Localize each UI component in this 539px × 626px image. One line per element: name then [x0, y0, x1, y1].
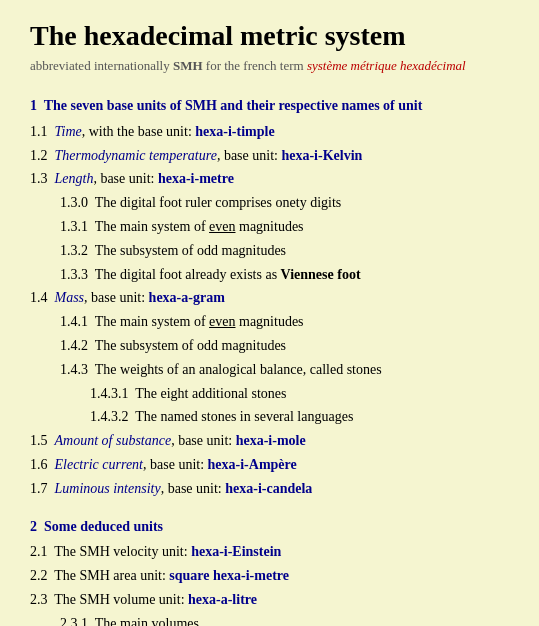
item-1-6-number: 1.6 — [30, 457, 55, 472]
page-title: The hexadecimal metric system — [30, 20, 509, 52]
item-1-4-bold: hexa-a-gram — [149, 290, 225, 305]
item-1-6-highlight: Electric current — [55, 457, 144, 472]
item-1-2-highlight: Thermodynamic temperature — [55, 148, 217, 163]
item-1-3-3-text: The digital foot already exists as — [95, 267, 281, 282]
item-1-2-after: , base unit: — [217, 148, 282, 163]
item-1-3-0-number: 1.3.0 — [60, 195, 95, 210]
item-2-2-bold: square hexa-i-metre — [169, 568, 289, 583]
section-1-label: The seven base units of SMH and their re… — [44, 98, 423, 113]
item-1-4-3-2[interactable]: 1.4.3.2 The named stones in several lang… — [90, 405, 509, 429]
item-1-3-number: 1.3 — [30, 171, 55, 186]
subtitle-smh: SMH — [173, 58, 203, 73]
section-1-number: 1 — [30, 98, 44, 113]
item-1-4-3[interactable]: 1.4.3 The weights of an analogical balan… — [60, 358, 509, 382]
item-1-1-after: , with the base unit: — [82, 124, 196, 139]
item-1-1-bold: hexa-i-timple — [195, 124, 274, 139]
item-1-4-1-even: even — [209, 314, 235, 329]
item-1-3-highlight: Length — [55, 171, 94, 186]
item-1-2[interactable]: 1.2 Thermodynamic temperature, base unit… — [30, 144, 509, 168]
page-container: The hexadecimal metric system abbreviate… — [30, 20, 509, 626]
item-1-4-3-2-number: 1.4.3.2 — [90, 409, 135, 424]
item-1-4[interactable]: 1.4 Mass, base unit: hexa-a-gram — [30, 286, 509, 310]
item-1-3-0-text: The digital foot ruler comprises onety d… — [95, 195, 342, 210]
item-1-4-3-2-text: The named stones in several languages — [135, 409, 353, 424]
subtitle-middle: for the french term — [203, 58, 307, 73]
item-1-3-1-text: The main system of — [95, 219, 209, 234]
item-2-3-number: 2.3 — [30, 592, 54, 607]
section-2-header[interactable]: 2 Some deduced units — [30, 515, 509, 539]
section-2-number: 2 — [30, 519, 44, 534]
item-2-3-1-text: The main volumes — [95, 616, 199, 626]
item-1-5-after: , base unit: — [171, 433, 236, 448]
item-2-2-text: The SMH area unit: — [54, 568, 169, 583]
item-1-4-3-number: 1.4.3 — [60, 362, 95, 377]
item-2-1-number: 2.1 — [30, 544, 54, 559]
item-1-4-3-1[interactable]: 1.4.3.1 The eight additional stones — [90, 382, 509, 406]
item-1-3-3-bold: Viennese foot — [281, 267, 361, 282]
item-1-3-3[interactable]: 1.3.3 The digital foot already exists as… — [60, 263, 509, 287]
item-1-4-2-text: The subsystem of odd magnitudes — [95, 338, 286, 353]
item-1-3-1-text2: magnitudes — [236, 219, 304, 234]
item-1-5-highlight: Amount of substance — [55, 433, 172, 448]
item-1-3-3-number: 1.3.3 — [60, 267, 95, 282]
item-1-3-2-text: The subsystem of odd magnitudes — [95, 243, 286, 258]
item-1-3-1-number: 1.3.1 — [60, 219, 95, 234]
item-1-3-bold: hexa-i-metre — [158, 171, 234, 186]
item-1-6-bold: hexa-i-Ampère — [208, 457, 297, 472]
item-1-7-number: 1.7 — [30, 481, 55, 496]
item-1-2-bold: hexa-i-Kelvin — [281, 148, 362, 163]
item-1-3-1-even: even — [209, 219, 235, 234]
section-1-header[interactable]: 1 The seven base units of SMH and their … — [30, 94, 509, 118]
item-1-3-1[interactable]: 1.3.1 The main system of even magnitudes — [60, 215, 509, 239]
item-1-5[interactable]: 1.5 Amount of substance, base unit: hexa… — [30, 429, 509, 453]
item-1-4-1-number: 1.4.1 — [60, 314, 95, 329]
section-2-label: Some deduced units — [44, 519, 163, 534]
item-1-7[interactable]: 1.7 Luminous intensity, base unit: hexa-… — [30, 477, 509, 501]
item-2-3-1[interactable]: 2.3.1 The main volumes — [60, 612, 509, 626]
item-1-4-2-number: 1.4.2 — [60, 338, 95, 353]
item-1-2-number: 1.2 — [30, 148, 55, 163]
item-1-1-number: 1.1 — [30, 124, 55, 139]
item-1-6[interactable]: 1.6 Electric current, base unit: hexa-i-… — [30, 453, 509, 477]
subtitle-before: abbreviated internationally — [30, 58, 173, 73]
item-1-4-3-1-text: The eight additional stones — [135, 386, 286, 401]
subtitle: abbreviated internationally SMH for the … — [30, 58, 509, 74]
item-2-1-text: The SMH velocity unit: — [54, 544, 191, 559]
item-2-1-bold: hexa-i-Einstein — [191, 544, 281, 559]
item-1-4-1[interactable]: 1.4.1 The main system of even magnitudes — [60, 310, 509, 334]
item-1-7-bold: hexa-i-candela — [225, 481, 312, 496]
item-1-4-3-text: The weights of an analogical balance, ca… — [95, 362, 382, 377]
item-1-4-1-text: The main system of — [95, 314, 209, 329]
item-2-3-text: The SMH volume unit: — [54, 592, 188, 607]
item-1-3[interactable]: 1.3 Length, base unit: hexa-i-metre — [30, 167, 509, 191]
item-2-2[interactable]: 2.2 The SMH area unit: square hexa-i-met… — [30, 564, 509, 588]
item-1-4-1-text2: magnitudes — [236, 314, 304, 329]
item-1-3-2[interactable]: 1.3.2 The subsystem of odd magnitudes — [60, 239, 509, 263]
item-1-1-highlight: Time — [55, 124, 82, 139]
item-2-1[interactable]: 2.1 The SMH velocity unit: hexa-i-Einste… — [30, 540, 509, 564]
item-1-4-after: , base unit: — [84, 290, 149, 305]
item-1-1[interactable]: 1.1 Time, with the base unit: hexa-i-tim… — [30, 120, 509, 144]
item-1-4-3-1-number: 1.4.3.1 — [90, 386, 135, 401]
item-2-3-1-number: 2.3.1 — [60, 616, 95, 626]
item-1-7-highlight: Luminous intensity — [55, 481, 161, 496]
item-1-6-after: , base unit: — [143, 457, 208, 472]
item-1-5-number: 1.5 — [30, 433, 55, 448]
subtitle-french: système métrique hexadécimal — [307, 58, 466, 73]
item-1-3-0[interactable]: 1.3.0 The digital foot ruler comprises o… — [60, 191, 509, 215]
item-2-3[interactable]: 2.3 The SMH volume unit: hexa-a-litre — [30, 588, 509, 612]
item-1-4-2[interactable]: 1.4.2 The subsystem of odd magnitudes — [60, 334, 509, 358]
item-1-7-after: , base unit: — [161, 481, 226, 496]
table-of-contents: 1 The seven base units of SMH and their … — [30, 94, 509, 626]
item-1-3-after: , base unit: — [93, 171, 158, 186]
item-1-5-bold: hexa-i-mole — [236, 433, 306, 448]
item-1-3-2-number: 1.3.2 — [60, 243, 95, 258]
item-2-2-number: 2.2 — [30, 568, 54, 583]
item-2-3-bold: hexa-a-litre — [188, 592, 257, 607]
item-1-4-number: 1.4 — [30, 290, 55, 305]
item-1-4-highlight: Mass — [55, 290, 85, 305]
